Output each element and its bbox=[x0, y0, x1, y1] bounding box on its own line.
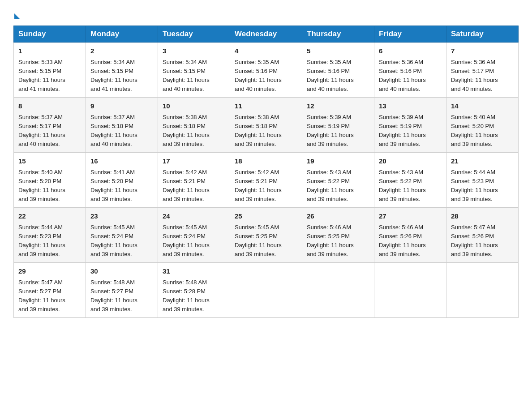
day-number: 20 bbox=[379, 156, 442, 167]
calendar-week-row: 1Sunrise: 5:33 AMSunset: 5:15 PMDaylight… bbox=[14, 43, 519, 98]
logo-triangle-icon bbox=[14, 13, 20, 19]
calendar-cell: 17Sunrise: 5:42 AMSunset: 5:21 PMDayligh… bbox=[158, 153, 230, 208]
day-info: Sunrise: 5:44 AMSunset: 5:23 PMDaylight:… bbox=[451, 168, 514, 204]
calendar-cell: 13Sunrise: 5:39 AMSunset: 5:19 PMDayligh… bbox=[374, 98, 446, 153]
calendar-cell: 7Sunrise: 5:36 AMSunset: 5:17 PMDaylight… bbox=[446, 43, 519, 98]
calendar-cell: 9Sunrise: 5:37 AMSunset: 5:18 PMDaylight… bbox=[86, 98, 158, 153]
day-number: 9 bbox=[90, 101, 153, 111]
weekday-header-tuesday: Tuesday bbox=[158, 26, 230, 43]
day-number: 22 bbox=[18, 211, 81, 222]
day-number: 26 bbox=[307, 211, 369, 222]
day-info: Sunrise: 5:48 AMSunset: 5:28 PMDaylight:… bbox=[163, 278, 225, 314]
day-number: 6 bbox=[379, 46, 442, 56]
calendar-cell: 1Sunrise: 5:33 AMSunset: 5:15 PMDaylight… bbox=[14, 43, 86, 98]
calendar-cell: 12Sunrise: 5:39 AMSunset: 5:19 PMDayligh… bbox=[302, 98, 374, 153]
day-info: Sunrise: 5:40 AMSunset: 5:20 PMDaylight:… bbox=[451, 113, 514, 149]
day-info: Sunrise: 5:35 AMSunset: 5:16 PMDaylight:… bbox=[235, 58, 297, 94]
day-number: 23 bbox=[90, 211, 153, 222]
calendar-cell bbox=[230, 263, 302, 318]
day-info: Sunrise: 5:46 AMSunset: 5:25 PMDaylight:… bbox=[307, 223, 369, 259]
calendar-cell: 11Sunrise: 5:38 AMSunset: 5:18 PMDayligh… bbox=[230, 98, 302, 153]
page-header bbox=[13, 11, 519, 17]
day-number: 30 bbox=[90, 266, 153, 277]
day-info: Sunrise: 5:41 AMSunset: 5:20 PMDaylight:… bbox=[90, 168, 153, 204]
day-number: 19 bbox=[307, 156, 369, 167]
day-info: Sunrise: 5:33 AMSunset: 5:15 PMDaylight:… bbox=[18, 58, 81, 94]
calendar-cell: 14Sunrise: 5:40 AMSunset: 5:20 PMDayligh… bbox=[446, 98, 519, 153]
day-number: 16 bbox=[90, 156, 153, 167]
day-info: Sunrise: 5:48 AMSunset: 5:27 PMDaylight:… bbox=[90, 278, 153, 314]
day-number: 13 bbox=[379, 101, 442, 111]
weekday-header-saturday: Saturday bbox=[446, 26, 519, 43]
calendar-cell: 24Sunrise: 5:45 AMSunset: 5:24 PMDayligh… bbox=[158, 208, 230, 263]
day-info: Sunrise: 5:42 AMSunset: 5:21 PMDaylight:… bbox=[235, 168, 297, 204]
day-number: 15 bbox=[18, 156, 81, 167]
calendar-week-row: 22Sunrise: 5:44 AMSunset: 5:23 PMDayligh… bbox=[14, 208, 519, 263]
day-info: Sunrise: 5:34 AMSunset: 5:15 PMDaylight:… bbox=[90, 58, 153, 94]
calendar-cell: 15Sunrise: 5:40 AMSunset: 5:20 PMDayligh… bbox=[14, 153, 86, 208]
day-number: 18 bbox=[235, 156, 297, 167]
day-info: Sunrise: 5:46 AMSunset: 5:26 PMDaylight:… bbox=[379, 223, 442, 259]
calendar-cell: 3Sunrise: 5:34 AMSunset: 5:15 PMDaylight… bbox=[158, 43, 230, 98]
day-number: 28 bbox=[451, 211, 514, 222]
day-info: Sunrise: 5:43 AMSunset: 5:22 PMDaylight:… bbox=[307, 168, 369, 204]
day-info: Sunrise: 5:34 AMSunset: 5:15 PMDaylight:… bbox=[163, 58, 225, 94]
day-info: Sunrise: 5:37 AMSunset: 5:18 PMDaylight:… bbox=[90, 113, 153, 149]
calendar-cell: 28Sunrise: 5:47 AMSunset: 5:26 PMDayligh… bbox=[446, 208, 519, 263]
day-info: Sunrise: 5:47 AMSunset: 5:27 PMDaylight:… bbox=[18, 278, 81, 314]
day-number: 4 bbox=[235, 46, 297, 56]
day-info: Sunrise: 5:44 AMSunset: 5:23 PMDaylight:… bbox=[18, 223, 81, 259]
calendar-cell: 27Sunrise: 5:46 AMSunset: 5:26 PMDayligh… bbox=[374, 208, 446, 263]
logo bbox=[13, 11, 20, 17]
weekday-header-sunday: Sunday bbox=[14, 26, 86, 43]
calendar-table: SundayMondayTuesdayWednesdayThursdayFrid… bbox=[13, 26, 519, 318]
calendar-cell: 18Sunrise: 5:42 AMSunset: 5:21 PMDayligh… bbox=[230, 153, 302, 208]
day-info: Sunrise: 5:38 AMSunset: 5:18 PMDaylight:… bbox=[235, 113, 297, 149]
day-number: 29 bbox=[18, 266, 81, 277]
calendar-cell: 22Sunrise: 5:44 AMSunset: 5:23 PMDayligh… bbox=[14, 208, 86, 263]
calendar-cell: 10Sunrise: 5:38 AMSunset: 5:18 PMDayligh… bbox=[158, 98, 230, 153]
calendar-cell: 8Sunrise: 5:37 AMSunset: 5:17 PMDaylight… bbox=[14, 98, 86, 153]
day-number: 14 bbox=[451, 101, 514, 111]
day-number: 21 bbox=[451, 156, 514, 167]
day-number: 31 bbox=[163, 266, 225, 277]
calendar-cell: 2Sunrise: 5:34 AMSunset: 5:15 PMDaylight… bbox=[86, 43, 158, 98]
calendar-cell: 19Sunrise: 5:43 AMSunset: 5:22 PMDayligh… bbox=[302, 153, 374, 208]
calendar-week-row: 15Sunrise: 5:40 AMSunset: 5:20 PMDayligh… bbox=[14, 153, 519, 208]
weekday-header-row: SundayMondayTuesdayWednesdayThursdayFrid… bbox=[14, 26, 519, 43]
day-info: Sunrise: 5:39 AMSunset: 5:19 PMDaylight:… bbox=[307, 113, 369, 149]
calendar-cell: 5Sunrise: 5:35 AMSunset: 5:16 PMDaylight… bbox=[302, 43, 374, 98]
day-info: Sunrise: 5:43 AMSunset: 5:22 PMDaylight:… bbox=[379, 168, 442, 204]
day-info: Sunrise: 5:42 AMSunset: 5:21 PMDaylight:… bbox=[163, 168, 225, 204]
calendar-cell: 21Sunrise: 5:44 AMSunset: 5:23 PMDayligh… bbox=[446, 153, 519, 208]
day-info: Sunrise: 5:36 AMSunset: 5:16 PMDaylight:… bbox=[379, 58, 442, 94]
calendar-week-row: 8Sunrise: 5:37 AMSunset: 5:17 PMDaylight… bbox=[14, 98, 519, 153]
day-info: Sunrise: 5:45 AMSunset: 5:25 PMDaylight:… bbox=[235, 223, 297, 259]
day-number: 17 bbox=[163, 156, 225, 167]
day-number: 10 bbox=[163, 101, 225, 111]
weekday-header-monday: Monday bbox=[86, 26, 158, 43]
weekday-header-wednesday: Wednesday bbox=[230, 26, 302, 43]
day-number: 12 bbox=[307, 101, 369, 111]
day-number: 11 bbox=[235, 101, 297, 111]
day-info: Sunrise: 5:35 AMSunset: 5:16 PMDaylight:… bbox=[307, 58, 369, 94]
calendar-cell: 29Sunrise: 5:47 AMSunset: 5:27 PMDayligh… bbox=[14, 263, 86, 318]
day-info: Sunrise: 5:47 AMSunset: 5:26 PMDaylight:… bbox=[451, 223, 514, 259]
calendar-cell: 25Sunrise: 5:45 AMSunset: 5:25 PMDayligh… bbox=[230, 208, 302, 263]
day-number: 2 bbox=[90, 46, 153, 56]
calendar-cell: 20Sunrise: 5:43 AMSunset: 5:22 PMDayligh… bbox=[374, 153, 446, 208]
day-info: Sunrise: 5:38 AMSunset: 5:18 PMDaylight:… bbox=[163, 113, 225, 149]
day-info: Sunrise: 5:40 AMSunset: 5:20 PMDaylight:… bbox=[18, 168, 81, 204]
day-info: Sunrise: 5:37 AMSunset: 5:17 PMDaylight:… bbox=[18, 113, 81, 149]
calendar-cell: 16Sunrise: 5:41 AMSunset: 5:20 PMDayligh… bbox=[86, 153, 158, 208]
day-number: 1 bbox=[18, 46, 81, 56]
calendar-cell: 23Sunrise: 5:45 AMSunset: 5:24 PMDayligh… bbox=[86, 208, 158, 263]
day-number: 24 bbox=[163, 211, 225, 222]
day-number: 27 bbox=[379, 211, 442, 222]
weekday-header-friday: Friday bbox=[374, 26, 446, 43]
calendar-cell: 26Sunrise: 5:46 AMSunset: 5:25 PMDayligh… bbox=[302, 208, 374, 263]
calendar-cell: 30Sunrise: 5:48 AMSunset: 5:27 PMDayligh… bbox=[86, 263, 158, 318]
calendar-cell bbox=[446, 263, 519, 318]
calendar-cell: 4Sunrise: 5:35 AMSunset: 5:16 PMDaylight… bbox=[230, 43, 302, 98]
calendar-week-row: 29Sunrise: 5:47 AMSunset: 5:27 PMDayligh… bbox=[14, 263, 519, 318]
